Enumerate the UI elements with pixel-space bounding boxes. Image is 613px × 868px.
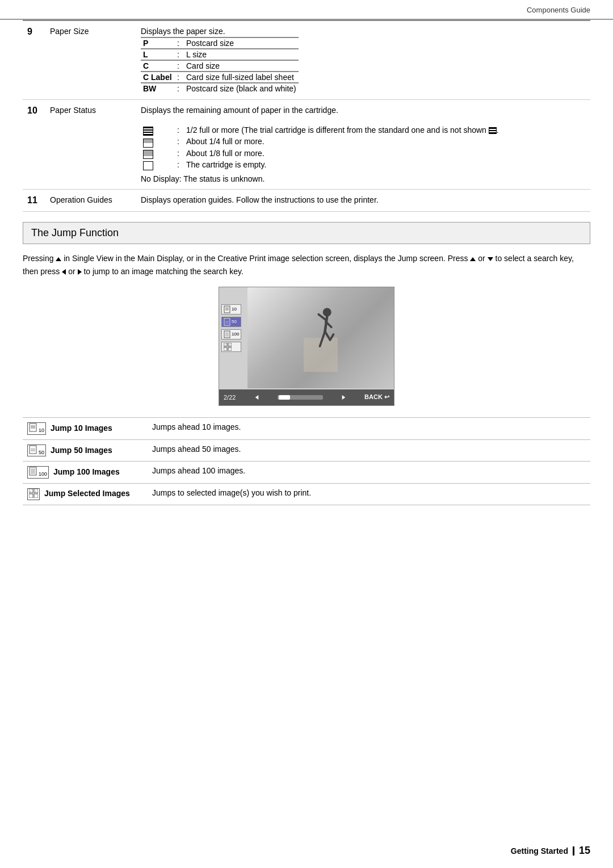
jump-icon-cell: 100 Jump 100 Images <box>23 462 148 484</box>
list-item: : About 1/8 full or more. <box>141 148 501 160</box>
jump-back-label: BACK ↩ <box>364 393 389 401</box>
jump-icon-cell: 50 Jump 50 Images <box>23 439 148 462</box>
nav-left-icon <box>255 395 258 400</box>
jump-100-desc: Jumps ahead 100 images. <box>148 462 590 484</box>
svg-rect-14 <box>224 347 227 351</box>
paper-size-detail: P : Postcard size L : L size C : Card si… <box>141 37 299 94</box>
jump-100-icon: 100 <box>27 466 49 479</box>
jump-table-row: 100 Jump 100 Images Jumps ahead 100 imag… <box>23 462 590 484</box>
or-text2: or <box>68 267 75 276</box>
up-arrow-icon2 <box>470 257 476 261</box>
jump-10-desc: Jumps ahead 10 images. <box>148 417 590 439</box>
svg-rect-0 <box>224 306 230 313</box>
page-footer: Getting Started 15 <box>511 845 590 857</box>
up-arrow-icon <box>56 257 61 261</box>
components-table: 9 Paper Size Displays the paper size. P … <box>23 20 590 212</box>
right-arrow-icon <box>78 269 82 275</box>
list-item: : About 1/4 full or more. <box>141 136 501 148</box>
row-number: 9 <box>23 20 45 100</box>
list-item: BW : Postcard size (black and white) <box>141 83 299 94</box>
svg-rect-30 <box>30 446 36 454</box>
jump-screen-bottom: 2/22 BACK ↩ <box>219 389 394 405</box>
jump-table-row: 10 Jump 10 Images Jumps ahead 10 images. <box>23 417 590 439</box>
page-header: Components Guide <box>0 0 613 20</box>
jump-icon-cell: 10 Jump 10 Images <box>23 417 148 439</box>
jump-10-label: 10 <box>232 307 237 312</box>
jump-sel-icon: ✓ ✓ <box>27 488 40 500</box>
list-item: : 1/2 full or more (The trial cartridge … <box>141 125 501 136</box>
row-description: Displays the paper size. P : Postcard si… <box>136 20 590 100</box>
jump-sel-desc: Jumps to selected image(s) you wish to p… <box>148 484 590 505</box>
jump-nav-fill <box>279 395 290 400</box>
paper-full-icon <box>143 127 153 136</box>
svg-text:✓: ✓ <box>35 489 37 493</box>
svg-rect-42 <box>34 494 38 498</box>
section-body: Pressing in Single View in the Main Disp… <box>23 252 590 278</box>
or-text: or <box>478 254 485 263</box>
jump-table-row: ✓ ✓ Jump Selected Images Jumps to select… <box>23 484 590 505</box>
jump-100-label: Jump 100 Images <box>53 467 120 476</box>
person-silhouette <box>298 304 343 372</box>
no-display-text: No Display: The status is unknown. <box>141 174 586 183</box>
svg-text:✓: ✓ <box>30 489 32 493</box>
main-content: 9 Paper Size Displays the paper size. P … <box>0 20 613 505</box>
key-l: L <box>143 50 148 59</box>
jump-10-svg <box>224 305 230 313</box>
jump-icon-100: 100 <box>221 329 241 339</box>
jump-screen-container: 05/22/2007 10 <box>23 287 590 406</box>
svg-text:✓: ✓ <box>224 343 226 346</box>
header-title: Components Guide <box>527 6 590 14</box>
list-item: L : L size <box>141 49 299 60</box>
key-p: P <box>143 39 148 48</box>
left-arrow-icon <box>62 269 66 275</box>
paper-status-detail: : 1/2 full or more (The trial cartridge … <box>141 125 501 171</box>
paper-empty-icon <box>143 161 153 170</box>
jump-function-table: 10 Jump 10 Images Jumps ahead 10 images.… <box>23 417 590 505</box>
jump-100-svg <box>224 330 230 338</box>
jump-100-label: 100 <box>232 332 239 337</box>
svg-rect-7 <box>224 331 230 338</box>
jump-page-indicator: 2/22 <box>224 394 236 401</box>
jump-10-icon: 10 <box>27 422 46 435</box>
row-description: Displays operation guides. Follow the in… <box>136 190 590 212</box>
row-label: Paper Size <box>45 20 136 100</box>
table-row: 11 Operation Guides Displays operation g… <box>23 190 590 212</box>
svg-rect-15 <box>228 347 232 351</box>
jump-screen: 05/22/2007 10 <box>219 287 394 406</box>
key-bw: BW <box>143 84 156 93</box>
jump-sel-svg: ✓ ✓ <box>224 343 232 351</box>
jump-table-row: 50 Jump 50 Images Jumps ahead 50 images. <box>23 439 590 462</box>
jump-icon-10: 10 <box>221 304 241 315</box>
jump-10-label: Jump 10 Images <box>51 423 112 433</box>
jump-icon-cell: ✓ ✓ Jump Selected Images <box>23 484 148 505</box>
svg-rect-4 <box>224 318 230 325</box>
list-item: C : Card size <box>141 60 299 72</box>
jump-50-label: 50 <box>232 319 237 325</box>
table-row: 9 Paper Size Displays the paper size. P … <box>23 20 590 100</box>
table-row: 10 Paper Status Displays the remaining a… <box>23 100 590 190</box>
row-label: Operation Guides <box>45 190 136 212</box>
jump-50-label: Jump 50 Images <box>51 445 112 454</box>
jump-photo-area <box>247 287 394 388</box>
jump-50-desc: Jumps ahead 50 images. <box>148 439 590 462</box>
svg-text:✓: ✓ <box>229 343 230 346</box>
down-arrow-icon <box>488 257 493 261</box>
svg-rect-41 <box>29 494 33 498</box>
jump-sel-label: Jump Selected Images <box>44 489 130 498</box>
list-item: C Label : Card size full-sized label she… <box>141 72 299 83</box>
jump-icon-50: 50 <box>221 317 241 327</box>
row-description: Displays the remaining amount of paper i… <box>136 100 590 190</box>
key-clabel: C Label <box>143 73 172 82</box>
svg-point-19 <box>323 308 331 316</box>
paper-full-icon-inline <box>489 127 497 134</box>
list-item: P : Postcard size <box>141 37 299 49</box>
section-heading: The Jump Function <box>23 222 590 244</box>
nav-right-icon <box>342 395 346 400</box>
jump-icon-sel: ✓ ✓ <box>221 342 241 352</box>
list-item: : The cartridge is empty. <box>141 160 501 171</box>
footer-page-number: 15 <box>579 845 590 857</box>
row-label: Paper Status <box>45 100 136 190</box>
jump-50-svg <box>224 318 230 326</box>
paper-quarter-icon <box>143 150 153 159</box>
svg-rect-26 <box>30 423 36 431</box>
